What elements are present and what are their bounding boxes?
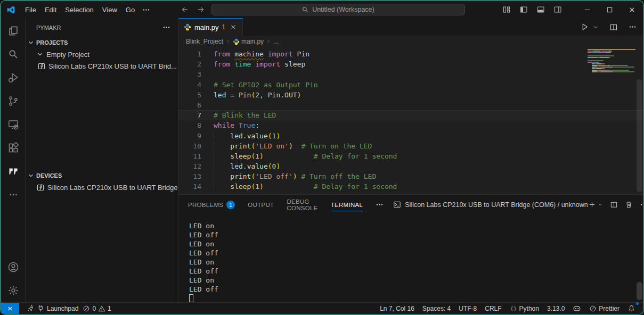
code-line-9[interactable]: 9 led.value(1): [178, 131, 643, 141]
python-version[interactable]: 3.13.0: [545, 303, 567, 314]
line-number: 8: [178, 120, 201, 130]
tab-terminal[interactable]: TERMINAL: [331, 198, 363, 211]
breadcrumb-project[interactable]: Blink_Project: [186, 38, 223, 45]
breadcrumb-symbol[interactable]: ...: [273, 38, 279, 45]
activitybar-more-icon[interactable]: [1, 183, 25, 206]
maximize-button[interactable]: [598, 1, 621, 18]
pymakr-sidebar: PYMAKR PROJECTS Empty Project Silicon La…: [26, 18, 178, 302]
minimap-line: [588, 59, 635, 60]
code-line-5[interactable]: 5led = Pin(2, Pin.OUT): [178, 90, 643, 100]
minimap[interactable]: [588, 49, 635, 73]
panel-more-icon[interactable]: [640, 201, 644, 209]
minimize-button[interactable]: [576, 1, 598, 18]
tab-bar: main.py 1: [178, 18, 643, 36]
menu-selection[interactable]: Selection: [61, 5, 97, 15]
section-projects[interactable]: PROJECTS: [26, 37, 178, 48]
customize-layout-icon[interactable]: [502, 5, 511, 14]
cursor-position[interactable]: Ln 7, Col 16: [378, 303, 417, 314]
code-line-8[interactable]: 8while True:: [178, 120, 643, 130]
code-line-10[interactable]: 10 print('LED on') # Turn on the LED: [178, 141, 643, 151]
encoding[interactable]: UTF-8: [456, 303, 479, 314]
run-dropdown-icon[interactable]: [592, 24, 599, 30]
editor-scrollbar[interactable]: [637, 79, 642, 192]
sidebar-more-icon[interactable]: [162, 23, 170, 31]
chevron-down-icon: [27, 39, 35, 46]
menu-view[interactable]: View: [98, 5, 121, 15]
explorer-icon[interactable]: [1, 19, 25, 43]
terminal-line: LED on: [189, 258, 643, 267]
run-debug-icon[interactable]: [1, 66, 25, 89]
close-button[interactable]: [621, 1, 643, 18]
command-center-search[interactable]: Untitled (Workspace): [211, 4, 465, 15]
problems-status[interactable]: 0 1: [80, 303, 113, 314]
run-button[interactable]: [580, 22, 589, 31]
toggle-primary-sidebar-icon[interactable]: [519, 5, 528, 14]
new-terminal-icon[interactable]: [588, 201, 603, 209]
tree-item-project-device[interactable]: Silicon Labs CP210x USB to UART Brid...: [26, 60, 178, 72]
tree-item-empty-project[interactable]: Empty Project: [26, 48, 178, 60]
eol-sequence[interactable]: CRLF: [483, 303, 503, 314]
chip-icon: [37, 62, 46, 70]
code-line-13[interactable]: 13 print('LED off') # Turn off the LED: [178, 171, 643, 181]
settings-gear-icon[interactable]: [1, 279, 25, 302]
source-control-icon[interactable]: [1, 89, 25, 113]
kill-terminal-icon[interactable]: [625, 201, 633, 209]
code-line-14[interactable]: 14 sleep(1) # Delay for 1 second: [178, 181, 643, 192]
language-mode[interactable]: Python: [508, 303, 541, 314]
warning-icon: [98, 305, 105, 312]
terminal-output[interactable]: LED onLED offLED onLED offLED onLED offL…: [178, 214, 643, 302]
menu-overflow-icon[interactable]: [139, 5, 153, 15]
line-number: 5: [178, 90, 201, 100]
forward-arrow-icon[interactable]: [195, 4, 206, 15]
editor-more-icon[interactable]: [629, 23, 637, 31]
split-editor-icon[interactable]: [609, 23, 618, 31]
formatter-status[interactable]: Prettier: [587, 303, 622, 314]
back-arrow-icon[interactable]: [180, 4, 190, 15]
chevron-right-icon: [225, 38, 231, 45]
copilot-status-icon[interactable]: [570, 303, 583, 314]
tab-problems[interactable]: PROBLEMS 1: [188, 197, 235, 212]
code-line-6[interactable]: 6: [178, 100, 643, 110]
code-line-11[interactable]: 11 sleep(1) # Delay for 1 second: [178, 151, 643, 161]
breadcrumb-file[interactable]: main.py: [241, 38, 264, 45]
tab-main-py[interactable]: main.py 1: [178, 18, 243, 36]
panel-tabs-more-icon[interactable]: [376, 201, 384, 209]
menu-file[interactable]: File: [21, 5, 40, 15]
menu-go[interactable]: Go: [121, 5, 139, 15]
section-devices[interactable]: DEVICES: [26, 170, 178, 181]
toggle-panel-icon[interactable]: [536, 5, 545, 14]
toggle-secondary-sidebar-icon[interactable]: [553, 5, 562, 14]
tab-debug-console[interactable]: DEBUG CONSOLE: [287, 195, 317, 214]
editor-actions: [580, 18, 643, 36]
code-line-1[interactable]: 1from machine import Pin: [178, 49, 643, 59]
notifications-bell-icon[interactable]: [625, 303, 638, 314]
launchpad-item[interactable]: Launchpad: [25, 303, 80, 314]
line-number: 14: [178, 181, 201, 192]
rocket-icon: [27, 304, 35, 312]
tab-output[interactable]: OUTPUT: [248, 198, 274, 211]
search-sidebar-icon[interactable]: [1, 43, 25, 66]
code-line-12[interactable]: 12 led.value(0): [178, 161, 643, 171]
remote-indicator[interactable]: [1, 303, 19, 314]
remote-explorer-icon[interactable]: [1, 113, 25, 136]
code-line-3[interactable]: 3: [178, 69, 643, 79]
sidebar-spacer: [26, 72, 178, 170]
split-terminal-icon[interactable]: [610, 201, 618, 209]
code-editor[interactable]: 1from machine import Pin2from time impor…: [178, 47, 643, 194]
code-line-2[interactable]: 2from time import sleep: [178, 59, 643, 69]
indentation[interactable]: Spaces: 4: [420, 303, 453, 314]
panel-tabs: PROBLEMS 1 OUTPUT DEBUG CONSOLE TERMINAL…: [178, 195, 643, 214]
code-line-4[interactable]: 4# Set GPIO2 as Output Pin: [178, 80, 643, 90]
tab-label: main.py: [194, 23, 219, 31]
panel-scrollbar[interactable]: [637, 282, 642, 300]
code-line-7[interactable]: 7# Blink the LED: [178, 110, 643, 120]
terminal-line: LED off: [189, 230, 643, 239]
tab-close-icon[interactable]: [230, 23, 237, 31]
extensions-icon[interactable]: [1, 136, 25, 160]
terminal-session[interactable]: Silicon Labs CP210x USB to UART Bridge (…: [393, 201, 588, 209]
accounts-icon[interactable]: [1, 255, 25, 279]
menu-edit[interactable]: Edit: [40, 5, 61, 15]
line-number: 9: [178, 131, 201, 141]
tree-item-device[interactable]: Silicon Labs CP210x USB to UART Bridge..…: [26, 181, 178, 193]
pymakr-icon[interactable]: [1, 160, 25, 183]
